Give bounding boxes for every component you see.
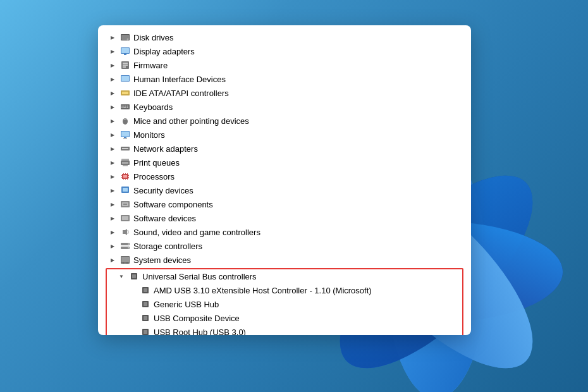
svg-rect-52 <box>123 179 124 180</box>
monitors-icon <box>119 130 131 140</box>
usb-child-2-label: Generic USB Hub <box>154 300 219 309</box>
chevron-security <box>108 186 117 195</box>
tree-item-network[interactable]: Network adapters <box>98 142 471 156</box>
tree-item-mice[interactable]: Mice and other pointing devices <box>98 114 471 128</box>
svg-rect-45 <box>121 175 122 176</box>
svg-rect-74 <box>144 288 147 292</box>
tree-item-system[interactable]: System devices <box>98 253 471 267</box>
tree-item-print[interactable]: Print queues <box>98 156 471 169</box>
usb-parent-label: Universal Serial Bus controllers <box>142 272 257 281</box>
system-icon <box>119 255 131 265</box>
svg-rect-61 <box>122 216 128 220</box>
svg-rect-13 <box>124 54 126 55</box>
chevron-monitors <box>108 130 117 139</box>
tree-item-sound[interactable]: Sound, video and game controllers <box>98 225 471 239</box>
chevron-firmware <box>108 61 117 70</box>
ide-label: IDE ATA/ATAPI controllers <box>133 89 229 98</box>
security-icon <box>119 185 131 195</box>
processors-label: Processors <box>133 172 175 181</box>
svg-rect-46 <box>121 177 122 178</box>
keyboards-icon <box>119 102 131 112</box>
svg-rect-76 <box>144 302 147 306</box>
svg-rect-36 <box>123 138 127 138</box>
svg-rect-42 <box>123 165 128 166</box>
svg-rect-25 <box>125 106 126 107</box>
usb-child-4-icon <box>140 327 151 335</box>
storage-icon <box>119 241 131 251</box>
software-components-label: Software components <box>133 200 213 209</box>
tree-item-hid[interactable]: Human Interface Devices <box>98 72 471 86</box>
svg-rect-17 <box>123 66 126 68</box>
chevron-processors <box>108 172 117 181</box>
svg-rect-15 <box>123 63 128 64</box>
svg-rect-51 <box>127 173 128 174</box>
chevron-usb <box>117 272 126 281</box>
tree-item-usb-child-1[interactable]: AMD USB 3.10 eXtensible Host Controller … <box>107 283 462 297</box>
print-label: Print queues <box>133 158 180 168</box>
tree-item-processors[interactable]: Processors <box>98 169 471 183</box>
svg-rect-41 <box>122 162 128 164</box>
tree-item-monitors[interactable]: Monitors <box>98 128 471 142</box>
tree-item-usb-child-2[interactable]: Generic USB Hub <box>107 297 462 311</box>
hid-label: Human Interface Devices <box>133 75 226 84</box>
sound-icon <box>119 227 131 237</box>
chevron-display-adapters <box>108 47 117 56</box>
network-label: Network adapters <box>133 144 198 154</box>
chevron-system <box>108 255 117 264</box>
usb-child-1-icon <box>140 285 151 295</box>
tree-item-usb-child-3[interactable]: USB Composite Device <box>107 311 462 325</box>
chevron-keyboards <box>108 102 117 111</box>
chevron-software-components <box>108 200 117 209</box>
svg-rect-44 <box>123 175 127 178</box>
mice-icon <box>119 116 131 126</box>
hid-icon <box>119 74 131 84</box>
svg-rect-28 <box>123 107 126 109</box>
svg-rect-56 <box>123 188 128 192</box>
usb-group: Universal Serial Bus controllers AMD USB… <box>106 268 463 335</box>
svg-rect-24 <box>123 106 125 107</box>
chevron-disk-drives <box>108 33 117 42</box>
keyboards-label: Keyboards <box>133 102 173 112</box>
svg-rect-16 <box>123 64 128 66</box>
tree-item-disk-drives[interactable]: Disk drives <box>98 30 471 44</box>
device-manager-panel: Disk drives Display adapters Firmware Hu… <box>98 25 471 335</box>
svg-rect-39 <box>121 159 129 161</box>
svg-rect-38 <box>122 148 128 149</box>
svg-rect-50 <box>125 173 126 174</box>
svg-rect-80 <box>144 330 147 334</box>
svg-point-10 <box>127 39 129 40</box>
network-icon <box>119 144 131 154</box>
firmware-icon <box>119 60 131 70</box>
mice-label: Mice and other pointing devices <box>133 116 249 126</box>
chevron-network <box>108 144 117 153</box>
svg-rect-22 <box>121 104 130 109</box>
tree-item-display-adapters[interactable]: Display adapters <box>98 44 471 58</box>
svg-point-66 <box>128 247 129 248</box>
svg-rect-59 <box>123 204 127 205</box>
tree-item-software-devices[interactable]: Software devices <box>98 211 471 225</box>
tree-item-firmware[interactable]: Firmware <box>98 58 471 72</box>
svg-rect-48 <box>128 177 129 178</box>
display-adapters-label: Display adapters <box>133 47 195 56</box>
tree-item-usb-child-4[interactable]: USB Root Hub (USB 3.0) <box>107 325 462 335</box>
storage-label: Storage controllers <box>133 242 202 251</box>
usb-child-1-label: AMD USB 3.10 eXtensible Host Controller … <box>154 286 372 295</box>
disk-drives-label: Disk drives <box>133 33 174 42</box>
usb-child-3-icon <box>140 313 151 323</box>
svg-rect-49 <box>123 173 124 174</box>
software-components-icon <box>119 199 131 209</box>
chevron-print <box>108 158 117 167</box>
print-icon <box>119 157 131 168</box>
tree-item-usb-parent[interactable]: Universal Serial Bus controllers <box>107 269 462 283</box>
chevron-hid <box>108 75 117 83</box>
tree-item-keyboards[interactable]: Keyboards <box>98 100 471 114</box>
svg-rect-69 <box>123 262 124 264</box>
tree-item-storage[interactable]: Storage controllers <box>98 239 471 253</box>
tree-item-security[interactable]: Security devices <box>98 183 471 197</box>
svg-rect-72 <box>132 274 136 278</box>
tree-item-ide[interactable]: IDE ATA/ATAPI controllers <box>98 86 471 100</box>
tree-item-software-components[interactable]: Software components <box>98 197 471 211</box>
usb-child-4-label: USB Root Hub (USB 3.0) <box>154 328 246 336</box>
security-label: Security devices <box>133 186 193 195</box>
chevron-storage <box>108 242 117 250</box>
